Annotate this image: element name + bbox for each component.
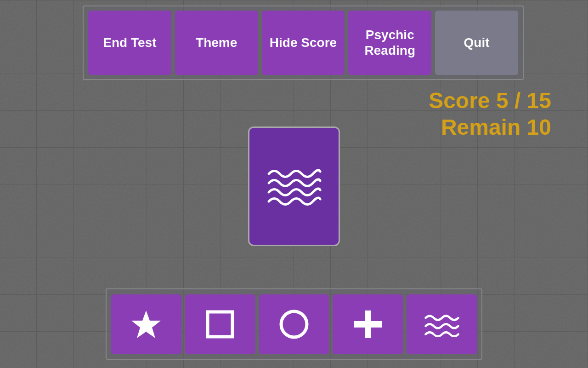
svg-rect-1 — [208, 312, 232, 337]
waves-symbol-icon — [264, 162, 324, 210]
score-display: Score 5 / 15 Remain 10 — [429, 87, 551, 140]
answer-circle-button[interactable] — [259, 294, 329, 354]
psychic-reading-button[interactable]: Psychic Reading — [348, 11, 431, 75]
remain-text: Remain 10 — [429, 114, 551, 141]
svg-point-2 — [281, 311, 307, 337]
star-icon — [130, 308, 162, 340]
score-text: Score 5 / 15 — [429, 87, 551, 114]
end-test-button[interactable]: End Test — [88, 11, 171, 75]
svg-marker-0 — [131, 310, 161, 338]
answer-row — [106, 288, 482, 360]
theme-button[interactable]: Theme — [175, 11, 258, 75]
waves-answer-icon — [424, 311, 460, 337]
toolbar: End Test Theme Hide Score Psychic Readin… — [83, 6, 524, 80]
svg-rect-4 — [354, 321, 382, 328]
answer-square-button[interactable] — [185, 294, 255, 354]
circle-icon — [278, 308, 310, 340]
quit-button[interactable]: Quit — [435, 11, 518, 75]
answer-plus-button[interactable] — [333, 294, 403, 354]
square-icon — [204, 308, 236, 340]
center-card — [248, 126, 340, 246]
answer-star-button[interactable] — [111, 294, 181, 354]
hide-score-button[interactable]: Hide Score — [262, 11, 345, 75]
plus-icon — [352, 308, 384, 340]
answer-waves-button[interactable] — [407, 294, 477, 354]
